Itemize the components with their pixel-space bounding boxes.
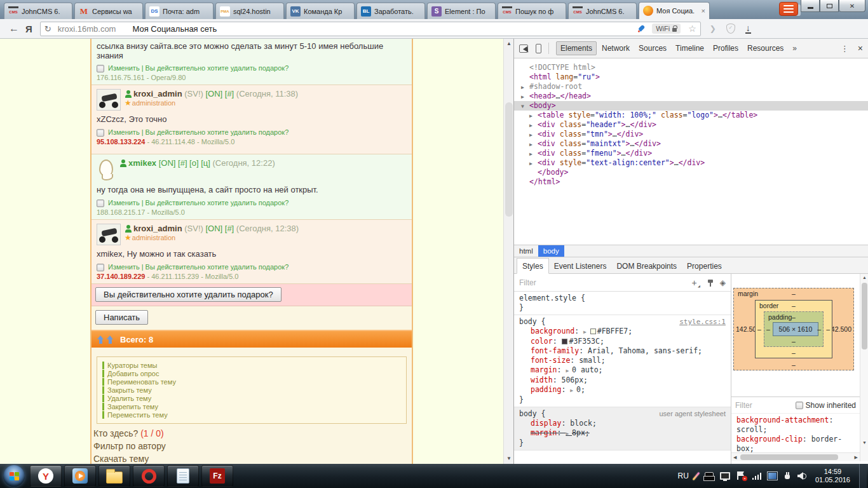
page-scrollbar[interactable]: ▲ ▼ (503, 39, 513, 464)
username-link[interactable]: kroxi_admin (133, 224, 182, 233)
vol-tray-icon[interactable] (797, 472, 806, 480)
expand-arrow-icon[interactable]: ▶ (529, 121, 532, 130)
admin-menu-link[interactable]: Закрепить тему (102, 403, 401, 410)
address-bar[interactable]: ↻ kroxi.16mb.com Моя Социальная сеть WiF… (40, 22, 701, 36)
browser-tab[interactable]: Моя Социа.× (639, 2, 710, 19)
taskbar-clock[interactable]: 14:59 01.05.2016 (815, 468, 850, 484)
select-post-checkbox[interactable] (97, 129, 104, 137)
computed-property[interactable]: background-clip: border-box; (736, 435, 850, 452)
browser-tab[interactable]: CMSПошук по ф (498, 3, 566, 19)
metrics-scrollbar[interactable]: ▲▼ (860, 274, 868, 461)
more-tabs-chevron[interactable]: » (791, 44, 798, 53)
css-property[interactable]: font-size: small; (519, 356, 726, 365)
edit-delete-links[interactable]: Изменить | Вы действительно хотите удали… (108, 263, 288, 271)
admin-menu-link[interactable]: Переместить тему (102, 411, 401, 419)
scrollbar-thumb[interactable] (505, 102, 513, 217)
language-indicator[interactable]: RU (678, 471, 689, 480)
username-link[interactable]: kroxi_admin (133, 89, 182, 98)
element-state-icon[interactable]: ◈ (720, 278, 726, 287)
dom-tree-node[interactable]: ▶<div class="fmenu">…</div> (514, 149, 868, 158)
who-here-link[interactable]: Кто здесь? (1 / 0) (93, 427, 409, 440)
browser-tab[interactable]: BLЗаработать. (356, 3, 425, 19)
admin-menu-link[interactable]: Кураторы темы (102, 362, 401, 369)
dom-tree-node[interactable]: ▶<div class="tmn">…</div> (514, 130, 868, 139)
dom-tree-node[interactable]: ▶#shadow-root (514, 82, 868, 92)
computed-hscrollbar[interactable]: ◀▶ (731, 452, 860, 461)
devtools-tab-resources[interactable]: Resources (743, 41, 787, 55)
browser-tab[interactable]: CMSJohnCMS 6. (4, 3, 72, 19)
dom-tree-node[interactable]: ▶<table style="width: 100%;" class="logo… (514, 111, 868, 120)
close-button[interactable]: ✕ (839, 0, 865, 12)
select-post-checkbox[interactable] (97, 65, 104, 72)
dom-tree-node[interactable]: </html> (514, 177, 868, 187)
edit-delete-links[interactable]: Изменить | Вы действительно хотите удали… (108, 64, 288, 72)
breadcrumb-html[interactable]: html (514, 245, 538, 257)
up-arrow-icon[interactable] (107, 336, 114, 344)
avatar[interactable] (97, 89, 121, 111)
devtools-tab-timeline[interactable]: Timeline (672, 41, 708, 55)
post-action-links[interactable]: [ON] [#] (205, 89, 234, 98)
css-property[interactable]: width: 506px; (519, 376, 726, 385)
css-rule[interactable]: body {user agent stylesheetdisplay: bloc… (514, 407, 731, 451)
inspect-element-icon[interactable] (519, 44, 528, 53)
devtools-tab-elements[interactable]: Elements (556, 41, 597, 55)
css-property[interactable]: font-family: Arial, Tahoma, sans-serif; (519, 346, 726, 356)
sidebar-tab-styles[interactable]: Styles (517, 258, 549, 274)
taskbar-app-fz[interactable] (201, 465, 233, 487)
download-icon[interactable]: ↓ (745, 24, 751, 34)
write-button[interactable]: Написать (95, 310, 148, 325)
taskbar-app-notepad[interactable] (167, 465, 199, 487)
expand-arrow-icon[interactable]: ▶ (529, 159, 532, 168)
color-swatch[interactable] (562, 339, 567, 344)
flagx-tray-icon[interactable]: × (736, 471, 746, 480)
wifi-badge[interactable]: WiFi (652, 24, 681, 34)
browser-tab[interactable]: VKКоманда Кр (286, 3, 355, 19)
browser-tab[interactable]: DSПочта: adm (145, 3, 214, 19)
pen-tray-icon[interactable] (692, 471, 700, 480)
back-icon[interactable]: ← (9, 23, 19, 34)
css-property[interactable]: display: block; (519, 419, 726, 428)
bars-tray-icon[interactable] (752, 473, 761, 480)
mon-tray-icon[interactable] (720, 472, 730, 480)
plug-tray-icon[interactable] (783, 472, 791, 480)
taskbar-app-opera[interactable] (133, 465, 165, 487)
box-model-margin[interactable]: margin – – 142.500 142.500 border – – – … (733, 288, 854, 370)
yandex-logo-icon[interactable]: Я (25, 24, 32, 34)
post-action-links[interactable]: [ON] [#] (205, 224, 234, 233)
start-button[interactable] (3, 465, 25, 487)
show-inherited-checkbox[interactable] (796, 402, 803, 409)
select-post-checkbox[interactable] (97, 264, 104, 271)
color-swatch[interactable] (590, 329, 596, 334)
devtools-tab-profiles[interactable]: Profiles (709, 41, 742, 55)
devtools-menu-icon[interactable]: ⋮ (841, 44, 849, 53)
expand-arrow-icon[interactable]: ▶ (521, 92, 524, 102)
taskbar-app-wmp[interactable] (64, 465, 96, 487)
edit-delete-links[interactable]: Изменить | Вы действительно хотите удали… (108, 128, 288, 137)
sidebar-tab-dom-breakpoints[interactable]: DOM Breakpoints (611, 259, 682, 273)
css-property[interactable]: padding: ▶ 0; (519, 385, 726, 395)
new-style-rule-icon[interactable]: + (692, 278, 697, 288)
avatar[interactable] (97, 158, 116, 181)
filter-author-link[interactable]: Фильтр по автору (93, 440, 409, 452)
post-action-links[interactable]: [ON] [#] [о] [ц] (159, 158, 210, 168)
css-property[interactable]: color: #3F353C; (519, 337, 726, 346)
browser-tab[interactable]: CMSJohnCMS 6. (568, 3, 637, 19)
expand-arrow-icon[interactable]: ▶ (521, 83, 524, 92)
box-model[interactable]: margin – – 142.500 142.500 border – – – … (733, 288, 854, 370)
device-mode-icon[interactable] (536, 44, 541, 53)
dom-tree-node[interactable]: ▶<head>…</head> (514, 92, 868, 101)
maximize-button[interactable] (820, 0, 839, 12)
pin-icon[interactable] (707, 279, 714, 287)
scroll-up-icon[interactable]: ▲ (504, 39, 514, 49)
sidebar-tab-event-listeners[interactable]: Event Listeners (549, 259, 612, 273)
username-link[interactable]: xmikex (128, 158, 156, 168)
select-post-checkbox[interactable] (97, 200, 104, 207)
css-property[interactable]: margin: ▶ 0 auto; (519, 365, 726, 376)
expand-arrow-icon[interactable]: ▶ (529, 149, 532, 159)
avatar[interactable] (97, 224, 121, 245)
dom-tree-node[interactable]: ▶<div style="text-align:center">…</div> (514, 158, 868, 168)
expand-arrow-icon[interactable]: ▶ (529, 130, 532, 140)
expand-arrow-icon[interactable]: ▶ (529, 111, 532, 121)
edit-delete-links[interactable]: Изменить | Вы действительно хотите удали… (108, 199, 288, 207)
admin-menu-link[interactable]: Закрыть тему (102, 386, 401, 394)
